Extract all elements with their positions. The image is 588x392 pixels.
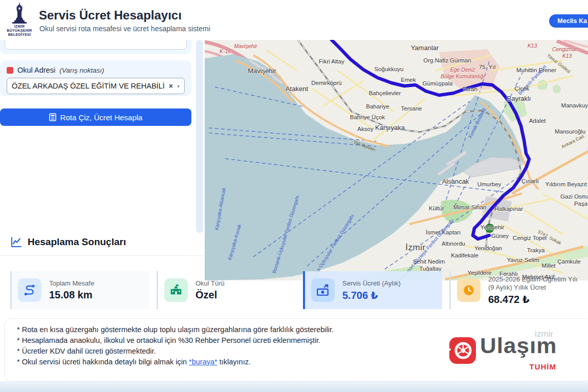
- ulasim-sub: TUHİM: [530, 362, 557, 371]
- clock-icon: [462, 284, 475, 297]
- buraya-link[interactable]: *buraya*: [189, 358, 217, 366]
- clear-icon[interactable]: ×: [169, 82, 173, 90]
- footer-notes-card: * Rota en kısa güzergahı göstermekte olu…: [4, 318, 588, 381]
- notes: * Rota en kısa güzergahı göstermekte olu…: [17, 324, 334, 367]
- results-header: Hesaplama Sonuçları: [10, 236, 126, 248]
- result-card-monthly-fee: Servis Ücreti (Aylık) 5.706 ₺: [303, 271, 442, 309]
- calculator-icon: [49, 113, 56, 121]
- school-address-hint: (Varış noktası): [59, 67, 104, 74]
- park: [553, 85, 561, 93]
- destination-marker: [486, 224, 494, 232]
- card-value: Özel: [195, 289, 225, 301]
- school-address-label: Okul Adresi: [17, 66, 55, 74]
- ulasim-logo: Ulaşım izmir TUHİM: [446, 332, 556, 369]
- card-value: 15.08 km: [49, 289, 94, 301]
- calculate-route-label: Rota Çiz, Ücret Hesapla: [60, 113, 143, 122]
- card-label: Toplam Mesafe: [49, 279, 94, 288]
- card-value: 68.472 ₺: [488, 293, 583, 306]
- header: İZMİR BÜYÜKŞEHİR BELEDİYESİ Servis Ücret…: [0, 0, 588, 40]
- school-select[interactable]: ÖZEL ARKADAŞ ÖZEL EĞİTİM VE REHABİLİTAS.…: [7, 78, 185, 94]
- result-card-total-distance: Toplam Mesafe 15.08 km: [10, 271, 149, 309]
- route-icon: [23, 284, 36, 297]
- calculate-route-button[interactable]: Rota Çiz, Ücret Hesapla: [0, 108, 191, 126]
- logo-text: İZMİR: [4, 25, 35, 29]
- note-line: * Okul servisi ücreti hakkında detaylı b…: [17, 357, 334, 367]
- destination-marker-icon: [7, 67, 13, 74]
- money-icon: [316, 284, 330, 297]
- result-card-school-type: Okul Türü Özel: [157, 271, 296, 309]
- result-card-yearly-fee: 2025-2026 Eğitim-Öğretim Yılı (9 Aylık) …: [449, 271, 583, 309]
- logo-text: BELEDİYESİ: [4, 33, 35, 37]
- note-link-post: tıklayınız.: [217, 358, 251, 366]
- note-link-pre: * Okul servisi ücreti hakkında detaylı b…: [17, 358, 189, 366]
- map-canvas: [205, 40, 588, 280]
- clock-tower-icon: [10, 2, 29, 25]
- school-address-card: Okul Adresi (Varış noktası) ÖZEL ARKADAŞ…: [0, 60, 191, 96]
- page-title: Servis Ücret Hesaplayıcı: [39, 8, 182, 23]
- card-label: Servis Ücreti (Aylık): [342, 279, 401, 288]
- school-select-value: ÖZEL ARKADAŞ ÖZEL EĞİTİM VE REHABİLİTAS.…: [12, 82, 165, 90]
- card-label: Okul Türü: [195, 279, 225, 288]
- note-line: * Rota en kısa güzergahı göstermekte olu…: [17, 324, 334, 335]
- bottom-strip: [0, 381, 588, 392]
- page-subtitle: Okul servisi rota mesafesi ve ücret hesa…: [39, 25, 210, 33]
- chart-icon: [10, 236, 23, 248]
- results-title: Hesaplama Sonuçları: [28, 236, 126, 248]
- note-line: * Ücretler KDV dahil ücreti göstermekted…: [17, 346, 334, 357]
- chevron-down-icon[interactable]: ▾: [177, 83, 180, 89]
- card-value: 5.706 ₺: [342, 289, 401, 301]
- note-line: * Hesaplamada anaokulu, ilkokul ve ortao…: [17, 335, 334, 346]
- ulasim-wheel-icon: [446, 336, 476, 366]
- card-label: 2025-2026 Eğitim-Öğretim Yılı (9 Aylık) …: [488, 275, 583, 292]
- municipality-logo: İZMİR BÜYÜKŞEHİR BELEDİYESİ: [4, 2, 35, 37]
- logo-text: BÜYÜKŞEHİR: [4, 29, 35, 33]
- map[interactable]: MavişehirAtakentFikri AltayDemirköprüSoğ…: [205, 40, 588, 280]
- sidebar: Okul Adresi (Varış noktası) ÖZEL ARKADAŞ…: [0, 40, 194, 245]
- sidebar-scrollbar[interactable]: [196, 40, 203, 233]
- school-icon: [169, 284, 183, 297]
- page: MavişehirAtakentFikri AltayDemirköprüSoğ…: [0, 0, 588, 392]
- ulasim-region: izmir: [535, 329, 553, 339]
- meclis-button[interactable]: Meclis Ka: [549, 14, 588, 28]
